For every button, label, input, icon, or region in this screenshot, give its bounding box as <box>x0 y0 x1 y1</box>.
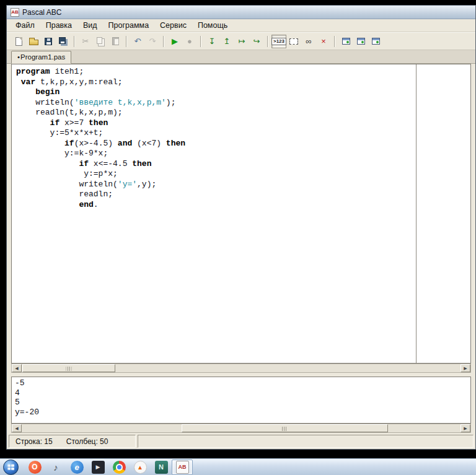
menu-item-1[interactable]: Файл <box>11 20 40 31</box>
code-line[interactable]: writeln('введите t,k,x,p,m'); <box>16 98 470 108</box>
code-line[interactable]: readln; <box>16 190 470 200</box>
module-window-2-icon[interactable] <box>353 35 368 48</box>
scroll-right-arrow-icon[interactable]: ▶ <box>461 424 470 432</box>
paste-icon <box>112 37 119 45</box>
module-window-2-icon <box>357 38 365 45</box>
taskbar: O♪e▶▲NAB <box>0 458 476 475</box>
internet-explorer-icon: e <box>71 461 84 474</box>
step-over-icon: ↦ <box>239 37 245 45</box>
paste-icon[interactable] <box>108 35 123 48</box>
code-line[interactable]: if(x>-4.5) and (x<7) then <box>16 139 470 149</box>
tab-program1[interactable]: •Program1.pas <box>11 51 71 64</box>
redo-icon[interactable]: ↷ <box>145 35 160 48</box>
module-window-3-icon <box>372 38 380 45</box>
windows-logo-icon <box>7 464 14 469</box>
code-line[interactable]: y:=5*x*x+t; <box>16 128 470 139</box>
start-button[interactable] <box>3 460 19 475</box>
netbeans-icon: N <box>155 461 168 474</box>
open-file-icon[interactable] <box>26 35 41 48</box>
code-line[interactable]: program iteh1; <box>16 67 470 77</box>
menu-item-6[interactable]: Помощь <box>193 20 232 31</box>
stop-icon: ● <box>187 37 192 45</box>
cut-icon[interactable]: ✂ <box>78 35 93 48</box>
cursor-position-panel: Строка: 15 Столбец: 50 <box>9 435 136 448</box>
code-line[interactable]: y:=p*x; <box>16 169 470 180</box>
scroll-grip-icon <box>282 427 288 431</box>
toolbar-separator <box>74 36 75 47</box>
internet-explorer-icon-button[interactable]: e <box>66 460 87 475</box>
titlebar[interactable]: AB Pascal ABC <box>7 6 475 19</box>
editor-scroll-thumb[interactable] <box>22 364 115 372</box>
output-panel: -545y=-20 <box>11 377 471 424</box>
step-into-icon[interactable]: ↧ <box>205 35 219 48</box>
clear-window-icon: × <box>321 37 326 45</box>
tab-bar: •Program1.pas <box>7 50 475 64</box>
save-all-icon[interactable] <box>56 35 71 48</box>
menu-item-4[interactable]: Программа <box>104 20 154 31</box>
code-line[interactable]: writeln('y=',y); <box>16 180 470 190</box>
tab-modified-marker: • <box>17 53 20 61</box>
save-icon[interactable] <box>41 35 56 48</box>
undo-icon[interactable]: ↶ <box>130 35 145 48</box>
opera-icon: O <box>29 461 42 474</box>
status-bar: Строка: 15 Столбец: 50 <box>9 435 474 448</box>
run-to-cursor-icon[interactable]: ↪ <box>249 35 264 48</box>
watch-window-icon[interactable]: ∞ <box>301 35 316 48</box>
menu-item-5[interactable]: Сервис <box>155 20 192 31</box>
module-window-1-icon[interactable] <box>338 35 353 48</box>
pascal-abc-icon: AB <box>176 461 189 474</box>
code-line[interactable]: var t,k,p,x,y,m:real; <box>16 77 470 88</box>
module-window-1-icon <box>342 38 350 45</box>
code-line[interactable]: y:=k-9*x; <box>16 149 470 159</box>
chrome-icon-button[interactable] <box>108 460 130 475</box>
code-line[interactable]: begin <box>16 87 470 98</box>
netbeans-icon-button[interactable]: N <box>151 460 172 475</box>
code-line[interactable]: readln(t,k,x,p,m); <box>16 108 470 118</box>
toolbar-separator <box>200 36 201 47</box>
pascal-abc-icon-button[interactable]: AB <box>172 460 193 475</box>
save-icon <box>45 38 52 45</box>
show-values-icon[interactable]: >123 <box>271 35 286 48</box>
toolbar-separator <box>163 36 164 47</box>
code-line[interactable]: if x<=-4.5 then <box>16 159 470 170</box>
code-line[interactable]: if x>=7 then <box>16 118 470 129</box>
output-line: -5 <box>15 378 467 388</box>
output-horizontal-scrollbar[interactable]: ◀ ▶ <box>11 424 471 433</box>
run-to-cursor-icon: ↪ <box>253 37 260 45</box>
run-icon[interactable]: ▶ <box>167 35 182 48</box>
scroll-left-arrow-icon[interactable]: ◀ <box>12 424 22 432</box>
vlc-icon-button[interactable]: ▲ <box>130 460 151 475</box>
editor-horizontal-scrollbar[interactable]: ◀ ▶ <box>11 364 471 373</box>
editor-margin-line <box>416 64 416 363</box>
step-out-icon[interactable]: ↥ <box>219 35 234 48</box>
clear-window-icon[interactable]: × <box>316 35 331 48</box>
scroll-right-arrow-icon[interactable]: ▶ <box>461 364 470 372</box>
code-line[interactable]: end. <box>16 200 470 211</box>
media-player-icon: ▶ <box>92 461 105 474</box>
scroll-grip-icon <box>66 367 72 371</box>
status-column-label: Столбец: 50 <box>66 437 108 446</box>
scroll-left-arrow-icon[interactable]: ◀ <box>12 364 22 372</box>
toolbar: ✂↶↷▶●↧↥↦↪>123∞× <box>7 32 475 50</box>
copy-icon[interactable] <box>93 35 108 48</box>
menu-item-2[interactable]: Правка <box>41 20 77 31</box>
cut-icon: ✂ <box>82 37 89 45</box>
new-file-icon[interactable] <box>11 35 26 48</box>
volume-mixer-icon-button[interactable]: ♪ <box>45 460 66 475</box>
menu-item-3[interactable]: Вид <box>78 20 102 31</box>
code-editor[interactable]: program iteh1; var t,k,p,x,y,m:real; beg… <box>11 64 471 364</box>
status-spacer-panel <box>138 435 474 448</box>
code-area: program iteh1; var t,k,p,x,y,m:real; beg… <box>16 67 470 210</box>
step-over-icon[interactable]: ↦ <box>234 35 249 48</box>
module-window-3-icon[interactable] <box>368 35 383 48</box>
output-scroll-thumb[interactable] <box>182 424 388 432</box>
menu-bar: ФайлПравкаВидПрограммаСервисПомощь <box>7 19 475 32</box>
media-player-icon-button[interactable]: ▶ <box>87 460 108 475</box>
window-title: Pascal ABC <box>22 8 61 17</box>
output-window-icon[interactable] <box>286 35 301 48</box>
stop-icon[interactable]: ● <box>182 35 197 48</box>
opera-icon-button[interactable]: O <box>24 460 45 475</box>
new-file-icon <box>15 37 22 46</box>
volume-mixer-icon: ♪ <box>50 461 63 474</box>
pascal-abc-window: AB Pascal ABC ФайлПравкаВидПрограммаСерв… <box>6 5 476 450</box>
